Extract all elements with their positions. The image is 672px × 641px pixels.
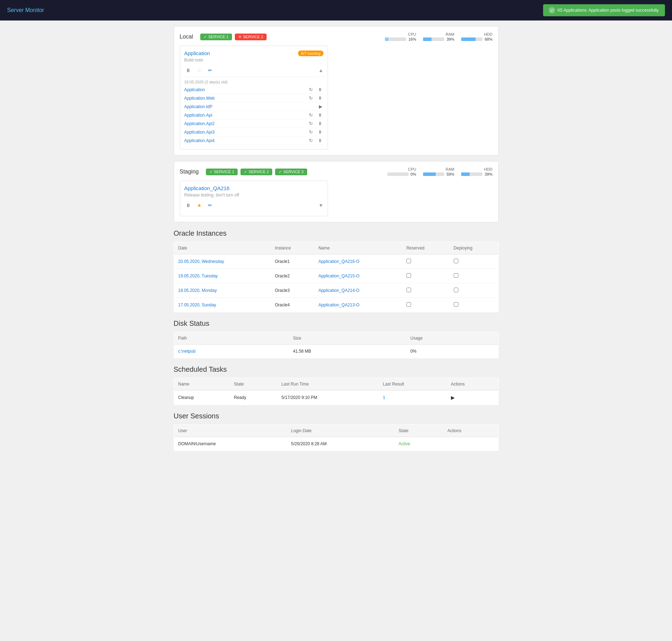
staging-collapse-button[interactable]: ▼ xyxy=(319,202,323,208)
oracle-deploying-4 xyxy=(450,298,498,312)
staging-edit-button[interactable]: ✏ xyxy=(207,202,214,209)
pause-btn[interactable]: ⏸ xyxy=(317,87,323,93)
disk-col-usage: Usage xyxy=(406,332,498,345)
table-row: DOMAIN\Username 5/20/2020 8:28 AM Active xyxy=(174,437,498,451)
restart-btn[interactable]: ↻ xyxy=(308,129,314,135)
pool-row: Application ↻ ⏸ xyxy=(184,86,323,94)
staging-ram-label: RAM xyxy=(446,167,454,171)
oracle-reserved-2 xyxy=(402,269,450,283)
pause-btn[interactable]: ⏸ xyxy=(317,95,323,101)
deploying-checkbox-1[interactable] xyxy=(454,259,458,263)
sched-col-name: Name xyxy=(174,378,230,390)
edit-button[interactable]: ✏ xyxy=(207,67,214,74)
oracle-section-title: Oracle Instances xyxy=(174,229,499,237)
cpu-metric: CPU 16% xyxy=(385,32,416,41)
local-app-card-header: Application 6/7 running xyxy=(184,50,323,56)
scheduled-section-title: Scheduled Tasks xyxy=(174,365,499,374)
star-button[interactable]: ☆ xyxy=(196,67,203,74)
sched-lastresult-1: 1 xyxy=(379,390,446,405)
run-task-button[interactable]: ▶ xyxy=(451,395,455,400)
staging-cpu-label: CPU xyxy=(408,167,416,171)
check-icon: ✓ xyxy=(209,170,213,174)
pause-btn[interactable]: ⏸ xyxy=(317,112,323,118)
cpu-label: CPU xyxy=(408,32,416,36)
local-service2-badge[interactable]: ✕ SERVICE 2 xyxy=(235,34,267,40)
oracle-date-4: 17.05.2020, Sunday xyxy=(174,298,270,312)
reserved-checkbox-2[interactable] xyxy=(406,273,411,278)
oracle-col-name: Name xyxy=(314,242,402,254)
reserved-checkbox-1[interactable] xyxy=(406,259,411,263)
sessions-section: User Sessions User Login Date State Acti… xyxy=(174,412,499,451)
local-metrics: CPU 16% RAM 39% xyxy=(385,32,492,41)
oracle-date-link-2: 19.05.2020, Tuesday xyxy=(178,274,218,278)
hdd-bar-wrap: 68% xyxy=(461,37,492,41)
ram-value: 39% xyxy=(446,37,454,41)
deploying-checkbox-3[interactable] xyxy=(454,288,458,292)
collapse-button[interactable]: ▲ xyxy=(319,67,323,73)
oracle-col-deploying: Deploying xyxy=(450,242,498,254)
staging-hdd-bar-wrap: 39% xyxy=(461,172,492,176)
pause-button[interactable]: ⏸ xyxy=(184,67,192,74)
pool-name: Application.IdP xyxy=(184,104,318,109)
disk-size: 41.58 MB xyxy=(289,345,406,358)
staging-star-button[interactable]: ★ xyxy=(196,202,203,209)
restart-btn[interactable]: ↻ xyxy=(308,112,314,118)
oracle-instance-2: Oracle2 xyxy=(270,269,314,283)
staging-server-header: Staging ✓ SERVICE 1 ✓ SERVICE 2 ✓ SERVIC… xyxy=(180,167,493,176)
staging-service3-badge[interactable]: ✓ SERVICE 3 xyxy=(275,169,307,175)
local-app-date: 18.05.2020 (2 day(s) old) xyxy=(184,77,323,86)
local-app-card: Application 6/7 running Build note ⏸ ☆ ✏… xyxy=(180,46,328,149)
staging-cpu-metric: CPU 0% xyxy=(387,167,416,176)
pause-btn[interactable]: ⏸ xyxy=(317,120,323,127)
oracle-name-3: Application_QA214-O xyxy=(314,283,402,298)
local-server-header: Local ✓ SERVICE 1 ✕ SERVICE 2 CPU xyxy=(180,32,493,41)
staging-ram-metric: RAM 59% xyxy=(423,167,454,176)
table-row: 18.05.2020, Monday Oracle3 Application_Q… xyxy=(174,283,498,298)
service1-label: SERVICE 1 xyxy=(208,35,228,39)
cpu-bar-bg xyxy=(385,37,406,41)
pool-icons: ↻ ⏸ xyxy=(308,129,323,135)
deploying-checkbox-4[interactable] xyxy=(454,302,458,307)
local-app-name: Application xyxy=(184,50,210,56)
restart-btn[interactable]: ↻ xyxy=(308,120,314,127)
hdd-label: HDD xyxy=(484,32,493,36)
hdd-bar-fill xyxy=(461,37,476,41)
pool-icons: ↻ ⏸ xyxy=(308,95,323,101)
disk-path: c:\netpub xyxy=(174,345,289,358)
cpu-bar-wrap: 16% xyxy=(385,37,416,41)
reserved-checkbox-3[interactable] xyxy=(406,288,411,292)
staging-service2-badge[interactable]: ✓ SERVICE 2 xyxy=(240,169,272,175)
deploying-checkbox-2[interactable] xyxy=(454,273,458,278)
oracle-col-reserved: Reserved xyxy=(402,242,450,254)
local-service1-badge[interactable]: ✓ SERVICE 1 xyxy=(200,34,232,40)
cpu-bar-fill xyxy=(385,37,388,41)
hdd-value: 68% xyxy=(484,37,492,41)
restart-btn[interactable]: ↻ xyxy=(308,95,314,101)
staging-pause-button[interactable]: ⏸ xyxy=(184,202,192,209)
table-row: 17.05.2020, Sunday Oracle4 Application_Q… xyxy=(174,298,498,312)
check-icon: ✓ xyxy=(204,35,207,39)
reserved-checkbox-4[interactable] xyxy=(406,302,411,307)
local-server-section: Local ✓ SERVICE 1 ✕ SERVICE 2 CPU xyxy=(174,26,499,155)
restart-btn[interactable]: ↻ xyxy=(308,137,314,143)
pause-btn[interactable]: ⏸ xyxy=(317,129,323,135)
staging-service1-badge[interactable]: ✓ SERVICE 1 xyxy=(206,169,238,175)
sched-lastrun-1: 5/17/2020 9:10 PM xyxy=(277,390,379,405)
play-btn[interactable]: ▶ xyxy=(318,104,323,110)
pool-row: Application.Api3 ↻ ⏸ xyxy=(184,128,323,136)
oracle-date-1: 20.05.2020, Wednesday xyxy=(174,254,270,269)
oracle-name-4: Application_QA213-O xyxy=(314,298,402,312)
sess-user-1: DOMAIN\Username xyxy=(174,437,287,451)
oracle-name-1: Application_QA216-O xyxy=(314,254,402,269)
table-row: Cleanup Ready 5/17/2020 9:10 PM 1 ▶ xyxy=(174,390,498,405)
staging-metrics: CPU 0% RAM 59% xyxy=(387,167,493,176)
sess-login-1: 5/20/2020 8:28 AM xyxy=(287,437,394,451)
sched-actions-1: ▶ xyxy=(447,390,498,405)
restart-btn[interactable]: ↻ xyxy=(308,87,314,93)
pause-btn[interactable]: ⏸ xyxy=(317,137,323,143)
check-icon: ✓ xyxy=(279,170,282,174)
disk-path-link: c:\netpub xyxy=(178,349,196,354)
oracle-date-link-1: 20.05.2020, Wednesday xyxy=(178,259,224,264)
disk-col-size: Size xyxy=(289,332,406,345)
app-title: Server Monitor xyxy=(7,7,44,13)
